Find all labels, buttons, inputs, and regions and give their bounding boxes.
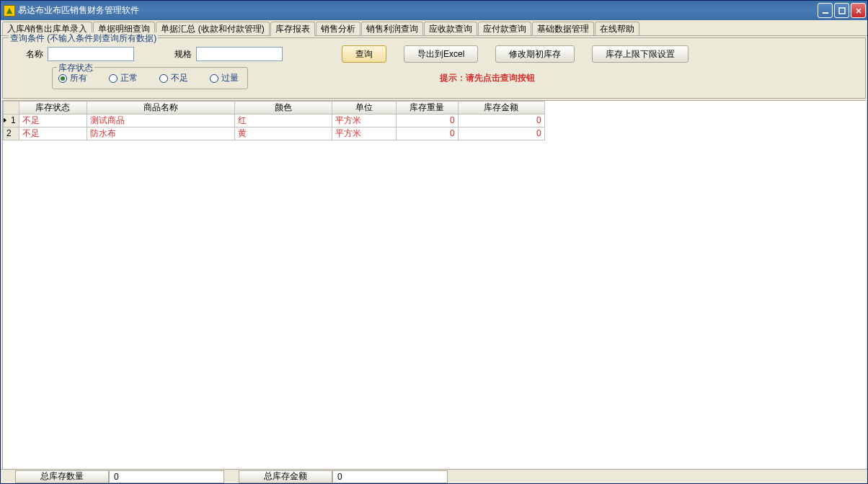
- status-radio-3[interactable]: 过量: [210, 72, 239, 84]
- filter-legend: 查询条件 (不输入条件则查询所有数据): [9, 32, 158, 45]
- maximize-button[interactable]: [834, 3, 849, 18]
- svg-rect-0: [823, 12, 828, 14]
- query-button[interactable]: 查询: [342, 45, 386, 63]
- grid-cell: 平方米: [332, 127, 396, 140]
- tab-7[interactable]: 应付款查询: [478, 22, 531, 35]
- total-qty-value: 0: [109, 470, 224, 483]
- grid-cell: 0: [458, 127, 544, 140]
- minimize-button[interactable]: [818, 3, 833, 18]
- statusbar: 总库存数量 0 总库存金额 0: [1, 469, 867, 483]
- grid-cell: 红: [234, 115, 332, 127]
- grid-cell: 不足: [19, 115, 87, 127]
- stock-limit-settings-button[interactable]: 库存上限下限设置: [592, 45, 688, 63]
- total-amt-label: 总库存金额: [239, 470, 332, 483]
- row-number-cell: 1: [4, 115, 19, 127]
- grid-col-header[interactable]: 单位: [332, 102, 396, 115]
- stock-status-legend: 库存状态: [57, 62, 94, 74]
- name-input[interactable]: [48, 47, 134, 61]
- total-qty-label: 总库存数量: [15, 470, 109, 483]
- spec-label: 规格: [157, 48, 192, 60]
- window-title: 易达布业布匹销售财务管理软件: [18, 4, 818, 17]
- grid-cell: 防水布: [87, 127, 234, 140]
- total-amt-value: 0: [332, 470, 448, 483]
- grid-col-header[interactable]: 库存重量: [396, 102, 458, 115]
- grid-cell: 黄: [234, 127, 332, 140]
- filter-panel: 查询条件 (不输入条件则查询所有数据) 名称 规格 查询 导出到Excel 修改…: [2, 37, 866, 99]
- tab-3[interactable]: 库存报表: [270, 22, 315, 36]
- table-row[interactable]: 2不足防水布黄平方米00: [4, 127, 545, 140]
- grid-cell: 0: [396, 127, 458, 140]
- grid-col-header[interactable]: 商品名称: [87, 102, 234, 115]
- tab-5[interactable]: 销售利润查询: [361, 22, 423, 35]
- export-excel-button[interactable]: 导出到Excel: [404, 45, 478, 63]
- grid-rownum-header: [4, 102, 19, 115]
- grid-cell: 测试商品: [87, 115, 234, 127]
- grid-area: 库存状态商品名称颜色单位库存重量库存金额1不足测试商品红平方米002不足防水布黄…: [2, 100, 866, 469]
- status-radio-2[interactable]: 不足: [159, 72, 188, 84]
- grid-cell: 0: [458, 115, 544, 127]
- app-icon: [4, 5, 15, 17]
- row-number-cell: 2: [4, 127, 19, 140]
- svg-rect-1: [839, 8, 845, 14]
- tab-8[interactable]: 基础数据管理: [532, 22, 594, 35]
- name-label: 名称: [9, 48, 43, 60]
- tab-9[interactable]: 在线帮助: [595, 22, 639, 35]
- hint-text: 提示：请先点击查询按钮: [440, 72, 535, 84]
- row-pointer-icon: [4, 117, 7, 123]
- spec-input[interactable]: [196, 47, 283, 61]
- grid-cell: 不足: [19, 127, 87, 140]
- close-button[interactable]: [851, 3, 866, 18]
- edit-initial-stock-button[interactable]: 修改期初库存: [495, 45, 575, 63]
- stock-grid: 库存状态商品名称颜色单位库存重量库存金额1不足测试商品红平方米002不足防水布黄…: [3, 101, 545, 140]
- tab-4[interactable]: 销售分析: [316, 22, 360, 35]
- stock-status-group: 库存状态 所有正常不足过量: [52, 67, 248, 89]
- grid-col-header[interactable]: 库存金额: [458, 102, 544, 115]
- grid-cell: 0: [396, 115, 458, 127]
- grid-cell: 平方米: [332, 115, 396, 127]
- tab-2[interactable]: 单据汇总 (收款和付款管理): [156, 22, 269, 35]
- status-radio-1[interactable]: 正常: [109, 72, 138, 84]
- table-row[interactable]: 1不足测试商品红平方米00: [4, 115, 545, 127]
- titlebar: 易达布业布匹销售财务管理软件: [1, 1, 867, 20]
- grid-col-header[interactable]: 库存状态: [19, 102, 87, 115]
- grid-col-header[interactable]: 颜色: [234, 102, 332, 115]
- tab-6[interactable]: 应收款查询: [424, 22, 477, 35]
